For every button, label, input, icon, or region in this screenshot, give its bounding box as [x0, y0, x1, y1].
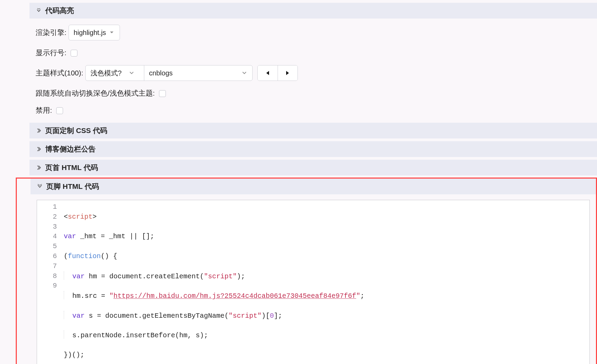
- engine-row: 渲染引擎: highlight.js: [36, 25, 591, 40]
- line-number-row: 显示行号:: [36, 48, 591, 58]
- section-title-css: 页面定制 CSS 代码: [45, 126, 107, 135]
- disable-checkbox[interactable]: [56, 107, 63, 114]
- chevron-down-icon: [36, 8, 42, 14]
- engine-select[interactable]: highlight.js: [69, 25, 120, 40]
- chevron-down-icon: [37, 183, 43, 190]
- footer-html-body: 123456789 <script> var _hmt = _hmt || []…: [31, 200, 596, 364]
- section-title-highlight: 代码高亮: [45, 6, 74, 15]
- theme-nav-buttons: [257, 65, 298, 81]
- section-header-sidebar[interactable]: 博客侧边栏公告: [29, 141, 597, 157]
- line-number-label: 显示行号:: [36, 48, 66, 58]
- section-header-css[interactable]: 页面定制 CSS 代码: [29, 123, 597, 138]
- section-title-footer-html: 页脚 HTML 代码: [46, 182, 99, 191]
- auto-switch-row: 跟随系统自动切换深色/浅色模式主题:: [36, 88, 591, 98]
- disable-row: 禁用:: [36, 106, 591, 115]
- section-header-header-html[interactable]: 页首 HTML 代码: [29, 160, 597, 175]
- section-header-highlight[interactable]: 代码高亮: [29, 3, 597, 19]
- line-number-gutter: 123456789: [37, 200, 61, 364]
- theme-name-value: cnblogs: [149, 69, 234, 77]
- theme-next-button[interactable]: [278, 65, 297, 81]
- chevron-right-icon: [36, 128, 42, 134]
- chevron-down-icon: [129, 70, 135, 76]
- engine-value: highlight.js: [74, 29, 107, 37]
- theme-prev-button[interactable]: [258, 65, 278, 81]
- auto-switch-checkbox[interactable]: [159, 90, 166, 97]
- highlight-section-body: 渲染引擎: highlight.js 显示行号: 主题样式(100): 浅色模式: [29, 19, 597, 120]
- chevron-right-icon: [36, 146, 42, 152]
- chevron-right-icon: [36, 165, 42, 171]
- engine-label: 渲染引擎:: [36, 28, 66, 37]
- section-title-header-html: 页首 HTML 代码: [45, 163, 98, 172]
- theme-label: 主题样式(100):: [36, 68, 83, 78]
- theme-row: 主题样式(100): 浅色模式 ? cnblogs: [36, 65, 591, 81]
- auto-switch-label: 跟随系统自动切换深色/浅色模式主题:: [36, 88, 155, 98]
- color-mode-select[interactable]: 浅色模式 ?: [86, 65, 144, 81]
- theme-name-select[interactable]: cnblogs: [144, 65, 252, 81]
- color-mode-value: 浅色模式: [90, 69, 118, 78]
- theme-select-group: 浅色模式 ? cnblogs: [85, 65, 253, 81]
- footer-html-code-editor[interactable]: 123456789 <script> var _hmt = _hmt || []…: [37, 200, 590, 364]
- chevron-down-icon: [241, 70, 247, 76]
- disable-label: 禁用:: [36, 106, 52, 115]
- triangle-left-icon: [266, 71, 270, 75]
- code-content[interactable]: <script> var _hmt = _hmt || []; (functio…: [61, 200, 589, 364]
- caret-down-icon: [109, 29, 115, 36]
- triangle-right-icon: [285, 71, 290, 75]
- line-number-checkbox[interactable]: [71, 50, 77, 57]
- footer-html-highlight-box: 页脚 HTML 代码 123456789 <script> var _hmt =…: [16, 178, 597, 364]
- section-header-footer-html[interactable]: 页脚 HTML 代码: [31, 179, 596, 194]
- section-title-sidebar: 博客侧边栏公告: [45, 144, 96, 154]
- help-icon[interactable]: ?: [118, 69, 122, 77]
